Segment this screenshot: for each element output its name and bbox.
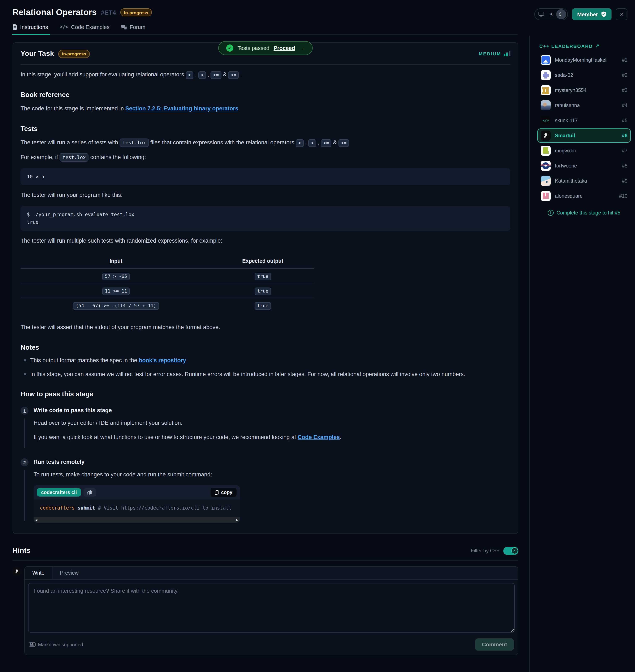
tab-label: Forum: [130, 24, 145, 30]
member-button[interactable]: Member: [572, 8, 612, 20]
member-label: Member: [577, 11, 598, 17]
tab-write[interactable]: Write: [25, 567, 52, 579]
top-bar: Relational Operators #ET4 In-progress In…: [0, 0, 635, 36]
leaderboard-row-current-user[interactable]: Smartuil #6: [537, 128, 631, 143]
avatar: [541, 55, 551, 65]
book-repository-link[interactable]: book's repository: [139, 357, 186, 363]
composer-tabs: Write Preview: [25, 567, 518, 580]
top-bar-left: Relational Operators #ET4 In-progress In…: [13, 7, 518, 35]
leaderboard-row[interactable]: fortwoone #8: [537, 159, 631, 173]
hints-heading: Hints: [13, 546, 30, 555]
hints-header: Hints Filter by C++ ✓: [13, 546, 519, 555]
theme-system-monitor-icon[interactable]: [536, 9, 546, 19]
leaderboard-row[interactable]: Katamithetaka #9: [537, 174, 631, 188]
step-text: To run tests, make changes to your code …: [34, 471, 510, 480]
step-1: 1 Write code to pass this stage Head ove…: [21, 407, 510, 442]
book-section-link[interactable]: Section 7.2.5: Evaluating binary operato…: [125, 105, 238, 112]
table-header-output: Expected output: [212, 255, 314, 268]
external-link-icon: ↗: [595, 43, 600, 49]
comment-button[interactable]: Comment: [475, 638, 514, 651]
avatar: [541, 100, 551, 110]
forum-icon: [121, 24, 127, 29]
tab-forum[interactable]: Forum: [121, 24, 146, 35]
code-examples-link[interactable]: Code Examples: [298, 434, 340, 441]
book-reference-text: The code for this stage is implemented i…: [21, 105, 510, 113]
proceed-link[interactable]: Proceed: [274, 45, 295, 51]
operator-keycap: >: [296, 139, 303, 147]
tab-label: Instructions: [20, 24, 48, 30]
tab-codecrafters-cli[interactable]: codecrafters cli: [37, 488, 81, 497]
stage-id: #ET4: [101, 9, 116, 16]
app-window: Relational Operators #ET4 In-progress In…: [0, 0, 635, 672]
copy-button[interactable]: copy: [211, 488, 237, 497]
notes-heading: Notes: [21, 343, 510, 351]
leaderboard-row[interactable]: mmjwxbc #7: [537, 144, 631, 158]
notes-list: This output format matches the spec in t…: [21, 356, 510, 379]
leaderboard-row[interactable]: </> skunk-117 #5: [537, 113, 631, 128]
operator-keycap: >: [185, 71, 193, 79]
result-code: true: [255, 302, 271, 310]
horizontal-scrollbar[interactable]: ◀ ▶: [34, 517, 240, 523]
rank-badge: #7: [622, 148, 628, 154]
toggle-check-icon: ✓: [511, 547, 518, 554]
difficulty-label: MEDIUM: [479, 51, 501, 56]
rank-badge: #6: [622, 133, 628, 139]
code-block-sample: 10 > 5: [21, 168, 510, 185]
submit-command-widget: codecrafters cli git copy c: [34, 485, 240, 523]
code-line: true: [27, 218, 504, 226]
rank-badge: #9: [622, 178, 628, 184]
step-number: 1: [21, 407, 28, 415]
copy-label: copy: [221, 490, 232, 495]
tests-passed-toast: ✓ Tests passed Proceed →: [218, 41, 313, 55]
close-icon[interactable]: ×: [616, 8, 628, 20]
filter-label: Filter by C++: [471, 548, 500, 554]
leaderboard-heading[interactable]: C++ LEADERBOARD ↗: [539, 43, 631, 49]
leaderboard-row[interactable]: sada-02 #2: [537, 68, 631, 82]
leaderboard-row[interactable]: alonesquare #10: [537, 189, 631, 203]
theme-light-sun-icon[interactable]: ☀: [546, 9, 556, 19]
rank-badge: #8: [622, 163, 628, 169]
result-code: true: [255, 273, 271, 280]
avatar: [541, 161, 551, 171]
rank-badge: #5: [622, 118, 628, 123]
result-code: true: [255, 287, 271, 295]
divider: [21, 64, 510, 65]
avatar: [13, 567, 21, 575]
table-row: (54 - 67) >= -(114 / 57 + 11) true: [21, 298, 314, 312]
inline-code: test.lox: [120, 139, 149, 147]
filter-toggle[interactable]: ✓: [503, 547, 519, 555]
leaderboard-row[interactable]: MondayMorningHaskell #1: [537, 53, 631, 67]
check-icon: ✓: [226, 44, 234, 51]
tab-preview[interactable]: Preview: [52, 567, 86, 579]
how-to-pass-heading: How to pass this stage: [21, 391, 510, 398]
book-reference-heading: Book reference: [21, 91, 510, 99]
leaderboard-row[interactable]: rahulsenna #4: [537, 98, 631, 112]
tab-instructions[interactable]: Instructions: [13, 24, 49, 35]
examples-table: Input Expected output 57 > -65 true 11 >…: [21, 255, 314, 312]
avatar: [541, 85, 551, 95]
operator-keycap: >=: [321, 139, 332, 147]
document-icon: [13, 24, 17, 30]
comment-composer-row: Write Preview M↓ Markdown supported. Com…: [13, 566, 519, 655]
code-icon: </>: [60, 24, 68, 30]
rank-badge: #3: [622, 87, 628, 93]
scroll-left-icon[interactable]: ◀: [35, 518, 37, 522]
instructions-panel: ✓ Tests passed Proceed → Your Task In-pr…: [13, 42, 519, 534]
step-text: If you want a quick look at what functio…: [34, 434, 510, 442]
tab-code-examples[interactable]: </> Code Examples: [60, 24, 110, 35]
difficulty-indicator: MEDIUM: [479, 51, 510, 56]
leaderboard-row[interactable]: mysteryn3554 #3: [537, 83, 631, 98]
comment-input[interactable]: [28, 583, 514, 633]
scroll-right-icon[interactable]: ▶: [236, 518, 238, 522]
comment-composer: Write Preview M↓ Markdown supported. Com…: [24, 566, 519, 655]
task-status-badge: In-progress: [58, 50, 90, 58]
tests-multi-text: The tester will run multiple such tests …: [21, 237, 510, 246]
tab-git[interactable]: git: [84, 488, 96, 497]
step-title: Run tests remotely: [34, 459, 510, 465]
inline-code: test.lox: [60, 153, 89, 162]
expression-code: 11 >= 11: [102, 287, 130, 295]
divider: [13, 560, 519, 561]
info-icon: i: [548, 210, 554, 216]
theme-dark-moon-icon[interactable]: ☾: [556, 9, 566, 19]
shield-check-icon: [601, 11, 607, 17]
